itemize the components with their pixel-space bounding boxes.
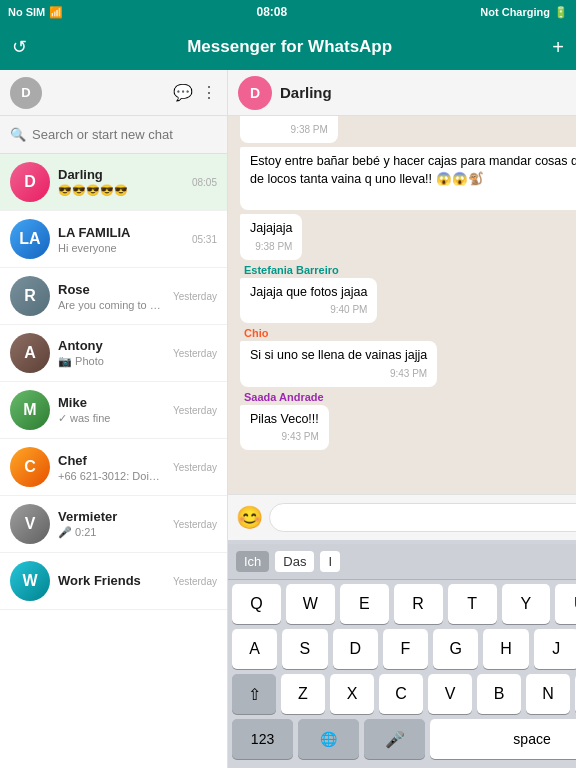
chat-info-antony: Antony📷 Photo (58, 338, 165, 368)
key-globe[interactable]: 🌐 (298, 719, 359, 759)
search-bar: 🔍 (0, 116, 227, 154)
key-v[interactable]: V (428, 674, 472, 714)
chat-info-familia: LA FAMILIAHi everyone (58, 225, 184, 254)
message-9: Saada AndradePilas Veco!!!9:43 PM (240, 391, 576, 451)
avatar-rose: R (10, 276, 50, 316)
chat-preview-antony: 📷 Photo (58, 355, 165, 368)
chat-time-familia: 05:31 (192, 234, 217, 245)
chat-time-workfriends: Yesterday (173, 576, 217, 587)
key-e[interactable]: E (340, 584, 389, 624)
sender-name-7: Estefania Barreiro (240, 264, 339, 276)
chat-item-rose[interactable]: RRoseAre you coming to work?Yesterday (0, 268, 227, 325)
key-x[interactable]: X (330, 674, 374, 714)
chat-item-chef[interactable]: CChef+66 621-3012: Doido dem...Yesterday (0, 439, 227, 496)
chat-meta-chef: Yesterday (173, 462, 217, 473)
chat-preview-rose: Are you coming to work? (58, 299, 165, 311)
key-f[interactable]: F (383, 629, 428, 669)
bubble-8: Si si uno se llena de vainas jajja9:43 P… (240, 341, 437, 387)
key-j[interactable]: J (534, 629, 576, 669)
chat-input-bar: 😊 ➤ (228, 494, 576, 540)
chat-time-chef: Yesterday (173, 462, 217, 473)
chat-time-antony: Yesterday (173, 348, 217, 359)
chat-info-darling: Darling😎😎😎😎😎 (58, 167, 184, 197)
chat-header: D Darling 🔍 📎 ⋮ (228, 70, 576, 116)
kb-row-3: ⇧ Z X C V B N M ! ? ⌫ (232, 674, 576, 714)
chat-name-chef: Chef (58, 453, 165, 468)
key-s[interactable]: S (282, 629, 327, 669)
chat-item-workfriends[interactable]: WWork FriendsYesterday (0, 553, 227, 610)
message-time-6: 9:38 PM (250, 240, 292, 254)
key-space[interactable]: space (430, 719, 576, 759)
key-c[interactable]: C (379, 674, 423, 714)
chat-info-vermieter: Vermieter🎤 0:21 (58, 509, 165, 539)
suggestion-ich[interactable]: Ich (236, 551, 269, 572)
message-7: Estefania BarreiroJajaja que fotos jajaa… (240, 264, 576, 324)
key-r[interactable]: R (394, 584, 443, 624)
key-u[interactable]: U (555, 584, 576, 624)
app-title: Messenger for WhatsApp (27, 37, 552, 57)
key-123-left[interactable]: 123 (232, 719, 293, 759)
avatar-mike: M (10, 390, 50, 430)
user-avatar[interactable]: D (10, 77, 42, 109)
sender-name-8: Chio (240, 327, 268, 339)
message-input[interactable] (269, 503, 576, 532)
bubble-9: Pilas Veco!!!9:43 PM (240, 405, 329, 451)
suggestion-das[interactable]: Das (275, 551, 314, 572)
refresh-icon[interactable]: ↺ (12, 36, 27, 58)
emoji-button[interactable]: 😊 (236, 505, 263, 531)
key-d[interactable]: D (333, 629, 378, 669)
key-h[interactable]: H (483, 629, 528, 669)
message-text-7: Jajaja que fotos jajaa (250, 285, 367, 299)
bubble-5: Estoy entre bañar bebé y hacer cajas par… (240, 147, 576, 210)
chat-info-mike: Mike✓ was fine (58, 395, 165, 425)
key-t[interactable]: T (448, 584, 497, 624)
bubble-6: Jajajaja9:38 PM (240, 214, 302, 260)
message-6: Jajajaja9:38 PM (240, 214, 576, 260)
kb-row-4: 123 🌐 🎤 space 123 ⌨ (232, 719, 576, 759)
compose-icon[interactable]: 💬 (173, 83, 193, 102)
message-time-7: 9:40 PM (250, 303, 367, 317)
chat-preview-familia: Hi everyone (58, 242, 184, 254)
suggestion-i[interactable]: I (320, 551, 340, 572)
key-z[interactable]: Z (281, 674, 325, 714)
key-y[interactable]: Y (502, 584, 551, 624)
key-w[interactable]: W (286, 584, 335, 624)
add-chat-button[interactable]: + (552, 36, 564, 59)
status-bar-right: Not Charging 🔋 (480, 6, 568, 19)
main-layout: D 💬 ⋮ 🔍 DDarling😎😎😎😎😎08:05LALA FAMILIAHi… (0, 70, 576, 768)
key-q[interactable]: Q (232, 584, 281, 624)
keyboard-area: Ich Das I B/U ∧ ∨ Q W E R T Y U I (228, 540, 576, 768)
message-time-4: 9:38 PM (250, 123, 328, 137)
chat-name-rose: Rose (58, 282, 165, 297)
search-input[interactable] (32, 127, 217, 142)
key-shift[interactable]: ⇧ (232, 674, 276, 714)
chat-name: Darling (280, 84, 576, 101)
chat-item-mike[interactable]: MMike✓ was fineYesterday (0, 382, 227, 439)
messages-area: Fernando PugaJajajaja9:22 PMAsí es9:22 P… (228, 116, 576, 494)
key-a[interactable]: A (232, 629, 277, 669)
status-bar-time: 08:08 (256, 5, 287, 19)
chat-name-familia: LA FAMILIA (58, 225, 184, 240)
right-panel: D Darling 🔍 📎 ⋮ Fernando PugaJajajaja9:2… (228, 70, 576, 768)
bubble-4: Lindas fotos!!!9:38 PM (240, 116, 338, 143)
more-icon[interactable]: ⋮ (201, 83, 217, 102)
chat-time-darling: 08:05 (192, 177, 217, 188)
chat-info-rose: RoseAre you coming to work? (58, 282, 165, 311)
chat-name-antony: Antony (58, 338, 165, 353)
message-text-9: Pilas Veco!!! (250, 412, 319, 426)
chat-item-antony[interactable]: AAntony📷 PhotoYesterday (0, 325, 227, 382)
key-n[interactable]: N (526, 674, 570, 714)
key-g[interactable]: G (433, 629, 478, 669)
chat-preview-chef: +66 621-3012: Doido dem... (58, 470, 165, 482)
chat-time-mike: Yesterday (173, 405, 217, 416)
chat-avatar: D (238, 76, 272, 110)
chat-item-familia[interactable]: LALA FAMILIAHi everyone05:31 (0, 211, 227, 268)
chat-time-vermieter: Yesterday (173, 519, 217, 530)
chat-meta-antony: Yesterday (173, 348, 217, 359)
avatar-darling: D (10, 162, 50, 202)
chat-item-darling[interactable]: DDarling😎😎😎😎😎08:05 (0, 154, 227, 211)
chat-item-vermieter[interactable]: VVermieter🎤 0:21Yesterday (0, 496, 227, 553)
chat-preview-mike: ✓ was fine (58, 412, 165, 425)
key-b[interactable]: B (477, 674, 521, 714)
key-mic[interactable]: 🎤 (364, 719, 425, 759)
